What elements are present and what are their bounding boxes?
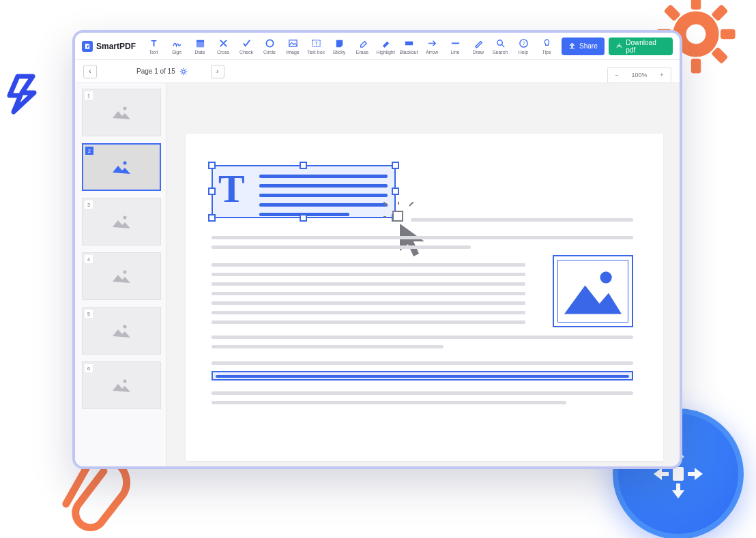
logo-icon <box>82 41 93 52</box>
settings-icon[interactable] <box>179 68 188 76</box>
svg-line-28 <box>383 202 388 206</box>
image-icon <box>560 262 626 320</box>
thumb-4[interactable]: 4 <box>82 252 161 300</box>
download-button[interactable]: Download pdf <box>609 38 673 55</box>
svg-point-24 <box>123 216 127 220</box>
tool-tips[interactable]: Tips <box>536 35 557 58</box>
svg-point-22 <box>123 107 127 110</box>
tool-line[interactable]: Line <box>444 35 466 58</box>
tool-search[interactable]: Search <box>489 35 511 58</box>
tools-group: TText Sign Date Cross Check Circle Image… <box>143 35 489 58</box>
tool-cross[interactable]: Cross <box>212 35 234 58</box>
svg-rect-9 <box>711 46 728 63</box>
svg-text:T: T <box>315 40 318 46</box>
thumbnail-panel: 1 2 3 4 5 6 <box>75 83 166 466</box>
tool-highlight[interactable]: Highlight <box>375 35 396 58</box>
thumb-6[interactable]: 6 <box>82 361 161 409</box>
tool-check[interactable]: Check <box>235 35 257 58</box>
zoom-control: − 100% + <box>607 67 671 83</box>
thumb-5[interactable]: 5 <box>82 307 161 355</box>
tool-text[interactable]: TText <box>143 35 164 58</box>
svg-rect-2 <box>691 0 701 10</box>
tool-draw[interactable]: Draw <box>467 35 489 58</box>
download-icon <box>615 42 623 50</box>
svg-rect-14 <box>289 40 296 46</box>
tool-image[interactable]: Image <box>282 35 304 58</box>
share-button[interactable]: Share <box>562 38 605 55</box>
svg-point-27 <box>123 380 127 383</box>
selected-text-frame[interactable]: T <box>212 165 396 218</box>
image-placeholder[interactable] <box>553 255 633 327</box>
zoom-value: 100% <box>626 72 653 78</box>
svg-point-33 <box>600 271 612 283</box>
svg-point-25 <box>123 271 127 274</box>
tool-textbox[interactable]: TText box <box>305 35 327 58</box>
next-page-button[interactable]: › <box>211 65 224 78</box>
share-icon <box>568 42 576 50</box>
tool-erase[interactable]: Erase <box>351 35 373 58</box>
text-lines-icon <box>259 175 388 222</box>
svg-rect-3 <box>691 59 701 74</box>
svg-point-23 <box>123 162 127 165</box>
tool-circle[interactable]: Circle <box>259 35 280 58</box>
app-name: SmartPDF <box>96 42 136 51</box>
prev-page-button[interactable]: ‹ <box>83 65 97 78</box>
resize-handle[interactable] <box>208 214 216 222</box>
page-bar: ‹ Page 1 of 15 › <box>75 60 680 83</box>
svg-rect-6 <box>663 4 680 21</box>
svg-point-18 <box>497 40 502 45</box>
canvas[interactable]: T <box>166 83 680 466</box>
highlight-annotation[interactable] <box>212 371 633 380</box>
resize-handle[interactable] <box>300 162 307 169</box>
svg-rect-32 <box>393 211 403 221</box>
tool-blackout[interactable]: Blackout <box>398 35 420 58</box>
drop-cap-icon: T <box>218 172 245 205</box>
resize-handle[interactable] <box>300 214 307 222</box>
help-group: Search ?Help Tips <box>489 35 557 58</box>
zoom-in-button[interactable]: + <box>653 72 671 78</box>
app-window: SmartPDF TText Sign Date Cross Check Cir… <box>72 30 682 469</box>
thumb-1[interactable]: 1 <box>82 89 161 136</box>
tool-arrow[interactable]: Arrow <box>421 35 443 58</box>
svg-text:?: ? <box>522 40 525 46</box>
resize-handle[interactable] <box>392 162 399 169</box>
decorative-bolt-icon <box>4 74 45 112</box>
svg-text:T: T <box>151 38 156 48</box>
svg-point-21 <box>181 70 185 73</box>
tool-help[interactable]: ?Help <box>512 35 534 58</box>
thumb-3[interactable]: 3 <box>82 198 161 245</box>
svg-rect-12 <box>196 42 203 47</box>
cursor-icon <box>397 221 433 265</box>
svg-rect-5 <box>721 29 736 39</box>
page-indicator: Page 1 of 15 <box>136 68 188 76</box>
thumb-2[interactable]: 2 <box>82 143 161 191</box>
resize-handle[interactable] <box>392 188 399 195</box>
tool-sticky[interactable]: Sticky <box>328 35 350 58</box>
svg-point-1 <box>686 25 706 44</box>
tool-sign[interactable]: Sign <box>166 35 188 58</box>
svg-rect-17 <box>405 41 412 45</box>
svg-line-30 <box>409 202 413 206</box>
svg-point-13 <box>266 40 273 46</box>
zoom-out-button[interactable]: − <box>608 72 626 78</box>
document-page[interactable]: T <box>186 134 663 461</box>
toolbar: SmartPDF TText Sign Date Cross Check Cir… <box>75 33 680 60</box>
svg-rect-7 <box>711 4 728 21</box>
svg-point-26 <box>123 325 127 329</box>
app-logo: SmartPDF <box>82 41 136 52</box>
resize-handle[interactable] <box>208 188 216 195</box>
resize-handle[interactable] <box>208 162 216 169</box>
tool-date[interactable]: Date <box>189 35 211 58</box>
